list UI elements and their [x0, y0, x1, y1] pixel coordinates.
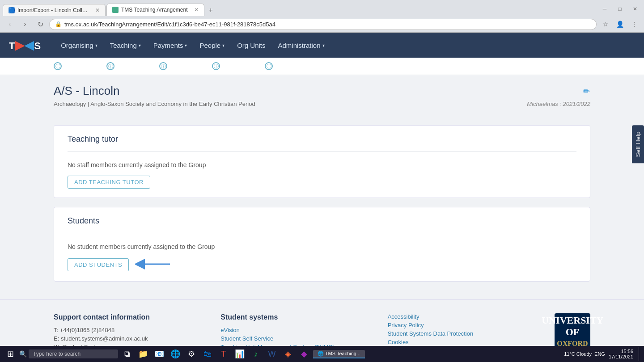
footer-link-privacy[interactable]: Privacy Policy — [388, 322, 541, 328]
taskbar-chrome-icon[interactable]: 🌐 — [168, 347, 182, 361]
info-circle-4[interactable]: ⓘ — [212, 62, 220, 70]
nav-item-orgunits: Org Units — [231, 34, 271, 57]
payments-caret-icon: ▾ — [185, 43, 187, 48]
taskbar-tms-icon[interactable]: T — [216, 347, 231, 361]
bookmark-button[interactable]: ☆ — [599, 18, 612, 30]
add-students-button[interactable]: ADD STUDENTS — [68, 258, 129, 271]
nav-link-payments[interactable]: Payments ▾ — [147, 34, 194, 57]
tab-close-1[interactable]: ✕ — [95, 7, 100, 13]
tms-logo: T▶◀S — [9, 38, 41, 52]
reload-button[interactable]: ↻ — [34, 18, 47, 30]
main-nav-list: Organising ▾ Teaching ▾ Payments ▾ Peopl… — [55, 34, 330, 57]
taskbar-file-explorer-icon[interactable]: 📁 — [136, 347, 150, 361]
footer-student-systems-title: Student systems — [220, 313, 374, 321]
footer-link-data-protection[interactable]: Student Systems Data Protection — [388, 330, 541, 337]
logo-arrow2-icon: ◀ — [25, 38, 34, 52]
main-content: A/S - Lincoln ✏ Archaeology | Anglo-Saxo… — [0, 75, 644, 299]
browser-tab-2[interactable]: TMS Teaching Arrangement ✕ — [106, 4, 204, 16]
self-help-tab[interactable]: Self Help — [632, 125, 644, 163]
taskbar-store-icon[interactable]: 🛍 — [200, 347, 215, 361]
browser-tab-1[interactable]: 🔵 Import/Export - Lincoln College ✕ — [3, 4, 106, 16]
info-icons-bar: ⓘ ⓘ ⓘ ⓘ ⓘ — [0, 58, 644, 75]
footer-phone: T: +44(0)1865 (2)84848 — [54, 327, 207, 333]
tab-label-1: Import/Export - Lincoln College — [17, 7, 89, 13]
taskbar-clock[interactable]: 15:56 17/11/2021 — [609, 349, 633, 359]
info-circle-2[interactable]: ⓘ — [106, 62, 114, 70]
taskbar-settings-icon[interactable]: ⚙ — [184, 347, 199, 361]
nav-item-administration: Administration ▾ — [272, 34, 331, 57]
info-icon-2[interactable]: ⓘ — [106, 59, 114, 73]
taskbar-word-icon[interactable]: W — [265, 347, 279, 361]
footer-link-accessibility[interactable]: Accessibility — [388, 313, 541, 320]
taskbar-lang: ENG — [594, 351, 605, 357]
info-icon-1[interactable]: ⓘ — [54, 59, 62, 73]
nav-link-orgunits[interactable]: Org Units — [231, 34, 271, 57]
students-section: Students No student members currently as… — [54, 207, 590, 282]
taskbar-active-chrome[interactable]: 🌐 TMS Teaching... — [313, 350, 365, 358]
main-navbar: T▶◀S Organising ▾ Teaching ▾ Payments ▾ … — [0, 33, 644, 58]
info-icon-3[interactable]: ⓘ — [159, 59, 167, 73]
nav-link-organising[interactable]: Organising ▾ — [55, 34, 104, 57]
taskbar-excel-icon[interactable]: 📊 — [233, 347, 247, 361]
page-header: A/S - Lincoln ✏ — [54, 84, 590, 98]
arrow-annotation — [135, 257, 171, 272]
students-title: Students — [68, 216, 576, 226]
teaching-tutor-section: Teaching tutor No staff members currentl… — [54, 125, 590, 198]
nav-item-payments: Payments ▾ — [147, 34, 194, 57]
info-circle-5[interactable]: ⓘ — [265, 62, 273, 70]
info-circle-1[interactable]: ⓘ — [54, 62, 62, 70]
taskbar-time: 15:56 — [609, 349, 633, 354]
forward-button[interactable]: › — [19, 18, 31, 30]
oxford-logo: UNIVERSITY OF OXFORD — [555, 313, 590, 349]
task-view-button[interactable]: ⧉ — [120, 347, 134, 361]
nav-link-teaching[interactable]: Teaching ▾ — [104, 34, 147, 57]
taskbar-date: 17/11/2021 — [609, 354, 633, 359]
edit-icon[interactable]: ✏ — [583, 86, 590, 97]
tab-favicon-2 — [112, 7, 119, 13]
add-teaching-tutor-button[interactable]: ADD TEACHING TUTOR — [68, 176, 150, 189]
organising-caret-icon: ▾ — [95, 43, 97, 48]
new-tab-button[interactable]: + — [205, 4, 216, 16]
footer-support-title: Support contact information — [54, 313, 207, 321]
nav-item-organising: Organising ▾ — [55, 34, 104, 57]
logo-arrow-icon: ▶ — [15, 38, 25, 52]
tab-close-2[interactable]: ✕ — [194, 7, 199, 13]
taskbar-search-input[interactable] — [29, 349, 118, 358]
taskbar-outlook-icon[interactable]: 📧 — [152, 347, 166, 361]
page-subtitle: Archaeology | Anglo-Saxon Society and Ec… — [54, 101, 255, 107]
url-text: tms.ox.ac.uk/TeachingArrangement/Edit/c1… — [64, 21, 275, 28]
browser-tabs: 🔵 Import/Export - Lincoln College ✕ TMS … — [0, 0, 644, 16]
nav-link-people[interactable]: People ▾ — [193, 34, 231, 57]
footer-link-selfservice[interactable]: Student Self Service — [220, 335, 374, 342]
footer-link-cookies[interactable]: Cookies — [388, 339, 541, 345]
taskbar-music-icon[interactable]: ♪ — [249, 347, 263, 361]
search-icon: 🔍 — [19, 350, 27, 358]
info-icon-4[interactable]: ⓘ — [212, 59, 220, 73]
minimize-button[interactable]: ─ — [598, 3, 611, 15]
url-bar[interactable]: 🔒 tms.ox.ac.uk/TeachingArrangement/Edit/… — [49, 19, 597, 30]
admin-caret-icon: ▾ — [322, 43, 325, 48]
profile-button[interactable]: 👤 — [614, 18, 626, 30]
menu-button[interactable]: ⋮ — [628, 18, 640, 30]
nav-item-teaching: Teaching ▾ — [104, 34, 147, 57]
taskbar-right: 11°C Cloudy ENG 15:56 17/11/2021 — [564, 347, 640, 361]
taskbar-app9-icon[interactable]: ◆ — [297, 347, 311, 361]
info-circle-3[interactable]: ⓘ — [159, 62, 167, 70]
taskbar-systray: 11°C Cloudy ENG — [564, 351, 605, 357]
taskbar-app8-icon[interactable]: ◈ — [281, 347, 295, 361]
info-icon-5[interactable]: ⓘ — [265, 59, 273, 73]
close-browser-button[interactable]: ✕ — [629, 3, 641, 15]
taskbar-left: ⊞ 🔍 ⧉ 📁 📧 🌐 ⚙ 🛍 T 📊 ♪ W ◈ ◆ 🌐 TMS Teachi… — [4, 347, 365, 361]
maximize-button[interactable]: □ — [614, 3, 626, 15]
address-bar-row: ‹ › ↻ 🔒 tms.ox.ac.uk/TeachingArrangement… — [0, 16, 644, 32]
show-desktop-button[interactable] — [639, 347, 640, 361]
footer-email: E: student.systems@admin.ox.ac.uk — [54, 335, 207, 342]
footer-misc-links: Accessibility Privacy Policy Student Sys… — [388, 313, 541, 345]
navbar-brand[interactable]: T▶◀S — [9, 38, 41, 52]
lock-icon: 🔒 — [55, 21, 62, 27]
footer-link-evision[interactable]: eVision — [220, 327, 374, 333]
arrow-svg — [135, 257, 171, 271]
back-button[interactable]: ‹ — [4, 18, 16, 30]
start-button[interactable]: ⊞ — [4, 347, 17, 361]
nav-link-administration[interactable]: Administration ▾ — [272, 34, 331, 57]
